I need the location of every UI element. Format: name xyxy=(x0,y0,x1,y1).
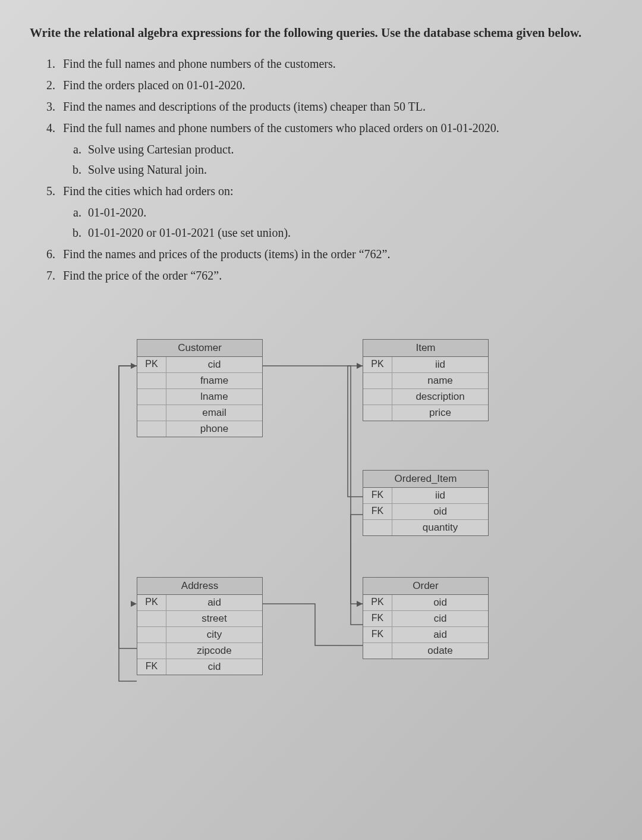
attr-cell: fname xyxy=(166,373,262,388)
key-cell: PK xyxy=(363,357,392,372)
attr-cell: cid xyxy=(392,611,488,626)
table-row: PKaid xyxy=(137,595,262,611)
attr-cell: odate xyxy=(392,643,488,659)
key-cell: PK xyxy=(137,595,166,610)
key-cell xyxy=(363,520,392,535)
table-row: FKoid xyxy=(363,504,488,520)
key-cell xyxy=(137,389,166,405)
table-row: FKcid xyxy=(363,611,488,627)
key-cell xyxy=(363,405,392,421)
q7: Find the price of the order “762”. xyxy=(58,265,612,286)
q5b: 01-01-2020 or 01-01-2021 (use set union)… xyxy=(84,222,612,243)
q4-text: Find the full names and phone numbers of… xyxy=(63,121,499,134)
table-row: street xyxy=(137,611,262,627)
q4b: Solve using Natural join. xyxy=(84,159,612,180)
q4: Find the full names and phone numbers of… xyxy=(58,118,612,180)
attr-cell: quantity xyxy=(392,520,488,535)
attr-cell: cid xyxy=(166,357,262,372)
key-cell: FK xyxy=(363,611,392,626)
key-cell: PK xyxy=(363,595,392,610)
table-row: city xyxy=(137,627,262,643)
q5-text: Find the cities which had orders on: xyxy=(63,184,234,198)
table-row: PKcid xyxy=(137,357,262,373)
table-row: PKoid xyxy=(363,595,488,611)
attr-cell: email xyxy=(166,405,262,421)
table-ordered-item: Ordered_Item FKiid FKoid quantity xyxy=(363,470,489,536)
attr-cell: city xyxy=(166,627,262,642)
attr-cell: oid xyxy=(392,595,488,610)
schema-diagram: Customer PKcid fname lname email phone I… xyxy=(113,339,529,744)
key-cell xyxy=(137,627,166,642)
q2: Find the orders placed on 01-01-2020. xyxy=(58,75,612,95)
q4-sublist: Solve using Cartesian product. Solve usi… xyxy=(63,139,612,180)
key-cell xyxy=(137,643,166,659)
q1: Find the full names and phone numbers of… xyxy=(58,54,612,74)
table-row: name xyxy=(363,373,488,389)
table-order: Order PKoid FKcid FKaid odate xyxy=(363,577,489,659)
question-list: Find the full names and phone numbers of… xyxy=(30,54,612,286)
q6: Find the names and prices of the product… xyxy=(58,244,612,264)
table-customer: Customer PKcid fname lname email phone xyxy=(137,339,263,437)
key-cell: FK xyxy=(363,504,392,519)
key-cell xyxy=(137,611,166,626)
key-cell xyxy=(137,405,166,421)
table-row: phone xyxy=(137,421,262,437)
page: Write the relational algebra expressions… xyxy=(0,0,642,756)
table-address: Address PKaid street city zipcode FKcid xyxy=(137,577,263,675)
attr-cell: description xyxy=(392,389,488,405)
table-order-header: Order xyxy=(363,578,488,595)
table-item-header: Item xyxy=(363,340,488,357)
attr-cell: street xyxy=(166,611,262,626)
table-row: zipcode xyxy=(137,643,262,659)
key-cell xyxy=(363,643,392,659)
table-row: lname xyxy=(137,389,262,405)
attr-cell: aid xyxy=(392,627,488,642)
table-item: Item PKiid name description price xyxy=(363,339,489,421)
table-row: FKcid xyxy=(137,659,262,675)
attr-cell: price xyxy=(392,405,488,421)
table-row: quantity xyxy=(363,520,488,535)
attr-cell: oid xyxy=(392,504,488,519)
attr-cell: name xyxy=(392,373,488,388)
attr-cell: aid xyxy=(166,595,262,610)
attr-cell: iid xyxy=(392,357,488,372)
attr-cell: lname xyxy=(166,389,262,405)
table-row: odate xyxy=(363,643,488,659)
table-row: email xyxy=(137,405,262,421)
table-ordered-item-header: Ordered_Item xyxy=(363,471,488,488)
table-row: PKiid xyxy=(363,357,488,373)
q5-sublist: 01-01-2020. 01-01-2020 or 01-01-2021 (us… xyxy=(63,202,612,243)
svg-marker-1 xyxy=(357,363,363,369)
svg-marker-3 xyxy=(131,601,137,607)
q5a: 01-01-2020. xyxy=(84,202,612,222)
table-row: fname xyxy=(137,373,262,389)
attr-cell: phone xyxy=(166,421,262,437)
key-cell: PK xyxy=(137,357,166,372)
key-cell xyxy=(363,389,392,405)
key-cell: FK xyxy=(363,627,392,642)
attr-cell: cid xyxy=(166,659,262,675)
table-row: price xyxy=(363,405,488,421)
key-cell xyxy=(137,421,166,437)
table-row: description xyxy=(363,389,488,405)
svg-marker-2 xyxy=(357,601,363,607)
key-cell: FK xyxy=(363,488,392,503)
title: Write the relational algebra expressions… xyxy=(30,24,612,43)
q4a: Solve using Cartesian product. xyxy=(84,139,612,159)
q5: Find the cities which had orders on: 01-… xyxy=(58,181,612,243)
table-row: FKiid xyxy=(363,488,488,504)
attr-cell: iid xyxy=(392,488,488,503)
table-row: FKaid xyxy=(363,627,488,643)
table-customer-header: Customer xyxy=(137,340,262,357)
q3: Find the names and descriptions of the p… xyxy=(58,96,612,117)
key-cell xyxy=(363,373,392,388)
key-cell xyxy=(137,373,166,388)
attr-cell: zipcode xyxy=(166,643,262,659)
key-cell: FK xyxy=(137,659,166,675)
table-address-header: Address xyxy=(137,578,262,595)
svg-marker-0 xyxy=(131,363,137,369)
